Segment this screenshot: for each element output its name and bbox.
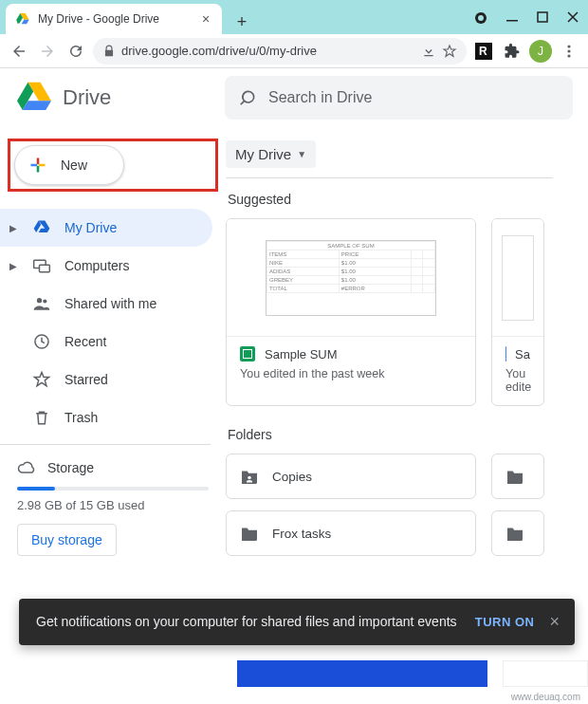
sidebar-item-storage[interactable]: Storage bbox=[17, 458, 209, 477]
folder-item[interactable] bbox=[491, 454, 544, 499]
cut-preview bbox=[237, 660, 588, 687]
svg-point-15 bbox=[37, 298, 42, 303]
sheets-icon bbox=[240, 346, 255, 361]
sidebar-item-label: Trash bbox=[64, 410, 98, 425]
sidebar-item-computers[interactable]: ▶ Computers bbox=[0, 247, 212, 285]
storage-section: Storage 2.98 GB of 15 GB used Buy storag… bbox=[0, 453, 226, 562]
folder-name: Frox tasks bbox=[272, 527, 331, 541]
forward-button[interactable] bbox=[36, 40, 59, 63]
sidebar-item-label: Computers bbox=[64, 258, 129, 273]
svg-rect-9 bbox=[37, 158, 40, 165]
card-title: Sa bbox=[515, 347, 530, 361]
folder-item[interactable]: Frox tasks bbox=[226, 510, 476, 556]
svg-rect-2 bbox=[506, 20, 518, 22]
storage-bar bbox=[17, 487, 209, 491]
storage-label: Storage bbox=[47, 460, 94, 475]
card-subtitle: You edite bbox=[492, 367, 543, 405]
svg-point-7 bbox=[567, 49, 570, 52]
sidebar-item-my-drive[interactable]: ▶ My Drive bbox=[0, 209, 212, 247]
reload-button[interactable] bbox=[64, 40, 87, 63]
starred-icon bbox=[32, 370, 51, 389]
circle-icon[interactable] bbox=[474, 11, 487, 25]
folder-icon bbox=[505, 469, 524, 484]
search-input[interactable]: Search in Drive bbox=[225, 76, 573, 120]
url-text: drive.google.com/drive/u/0/my-drive bbox=[121, 44, 317, 58]
svg-point-8 bbox=[567, 54, 570, 57]
menu-icon[interactable] bbox=[558, 40, 580, 63]
svg-text:R: R bbox=[479, 45, 487, 58]
storage-text: 2.98 GB of 15 GB used bbox=[17, 498, 209, 512]
svg-point-16 bbox=[43, 299, 46, 303]
back-button[interactable] bbox=[8, 40, 30, 63]
drive-logo-icon[interactable] bbox=[15, 81, 53, 115]
minimize-icon[interactable] bbox=[506, 11, 518, 25]
drive-app: Drive Search in Drive New ▶ My Drive bbox=[0, 68, 588, 704]
sidebar-item-label: Shared with me bbox=[64, 296, 156, 311]
breadcrumb-current[interactable]: My Drive ▼ bbox=[226, 140, 316, 168]
sidebar-item-shared[interactable]: Shared with me bbox=[0, 285, 212, 323]
app-header: Drive Search in Drive bbox=[0, 68, 588, 127]
tab-title: My Drive - Google Drive bbox=[38, 12, 159, 26]
thumbnail bbox=[492, 219, 543, 337]
recent-icon bbox=[32, 332, 51, 351]
new-button[interactable]: New bbox=[14, 145, 124, 185]
folders-list: Copies Frox tasks bbox=[226, 454, 588, 556]
svg-rect-10 bbox=[37, 166, 40, 173]
section-suggested: Suggested bbox=[228, 192, 588, 207]
shared-folder-icon bbox=[240, 469, 259, 484]
watermark: www.deuaq.com bbox=[511, 692, 580, 702]
notification-snackbar: Get notifications on your computer for s… bbox=[19, 599, 575, 645]
search-placeholder: Search in Drive bbox=[268, 89, 372, 106]
svg-rect-11 bbox=[31, 164, 38, 167]
divider bbox=[226, 177, 553, 178]
r-extension-icon[interactable]: R bbox=[472, 40, 495, 63]
svg-rect-12 bbox=[39, 164, 46, 167]
folder-icon bbox=[505, 526, 524, 541]
drive-icon bbox=[32, 218, 51, 237]
folder-item[interactable] bbox=[491, 510, 544, 556]
svg-point-1 bbox=[478, 15, 484, 21]
profile-avatar[interactable]: J bbox=[529, 40, 552, 63]
folder-item[interactable]: Copies bbox=[226, 454, 476, 499]
new-tab-button[interactable]: + bbox=[230, 9, 254, 34]
sidebar-item-label: Starred bbox=[64, 372, 108, 387]
install-icon[interactable] bbox=[421, 44, 436, 59]
new-button-label: New bbox=[61, 157, 87, 173]
tab-close-icon[interactable]: × bbox=[199, 11, 212, 27]
suggested-card[interactable]: Sa You edite bbox=[491, 218, 544, 406]
browser-toolbar: drive.google.com/drive/u/0/my-drive R J bbox=[0, 34, 588, 68]
snackbar-close-icon[interactable]: × bbox=[545, 612, 563, 632]
thumbnail: SAMPLE OF SUMITEMSPRICENIKE$1.00ADIDAS$1… bbox=[227, 219, 475, 337]
sidebar-item-starred[interactable]: Starred bbox=[0, 361, 212, 398]
suggested-card[interactable]: SAMPLE OF SUMITEMSPRICENIKE$1.00ADIDAS$1… bbox=[226, 218, 476, 406]
separator bbox=[0, 444, 211, 445]
window-close-icon[interactable] bbox=[567, 11, 579, 25]
expand-icon[interactable]: ▶ bbox=[9, 223, 19, 233]
svg-rect-14 bbox=[40, 265, 50, 272]
maximize-icon[interactable] bbox=[537, 11, 548, 25]
search-icon bbox=[238, 88, 257, 107]
shared-icon bbox=[32, 294, 51, 313]
star-icon[interactable] bbox=[442, 44, 457, 59]
drive-favicon-icon bbox=[15, 11, 30, 27]
browser-tab[interactable]: My Drive - Google Drive × bbox=[6, 4, 222, 34]
address-bar[interactable]: drive.google.com/drive/u/0/my-drive bbox=[93, 38, 467, 65]
extensions-icon[interactable] bbox=[501, 40, 524, 63]
expand-icon[interactable]: ▶ bbox=[9, 261, 19, 271]
sidebar-item-label: My Drive bbox=[64, 220, 117, 235]
snackbar-text: Get notifications on your computer for s… bbox=[36, 613, 464, 631]
cloud-icon bbox=[17, 458, 36, 477]
folder-name: Copies bbox=[272, 470, 312, 484]
plus-icon bbox=[28, 156, 47, 175]
chevron-down-icon: ▼ bbox=[297, 149, 306, 159]
snackbar-turn-on-button[interactable]: TURN ON bbox=[475, 615, 535, 629]
card-title: Sample SUM bbox=[265, 347, 338, 361]
sidebar-item-trash[interactable]: Trash bbox=[0, 398, 212, 436]
product-name: Drive bbox=[63, 85, 111, 110]
browser-titlebar: My Drive - Google Drive × + bbox=[0, 0, 588, 34]
breadcrumb: My Drive ▼ bbox=[226, 140, 588, 168]
buy-storage-button[interactable]: Buy storage bbox=[17, 524, 117, 556]
sidebar-item-recent[interactable]: Recent bbox=[0, 323, 212, 361]
svg-point-6 bbox=[567, 45, 570, 47]
lock-icon bbox=[102, 45, 116, 58]
